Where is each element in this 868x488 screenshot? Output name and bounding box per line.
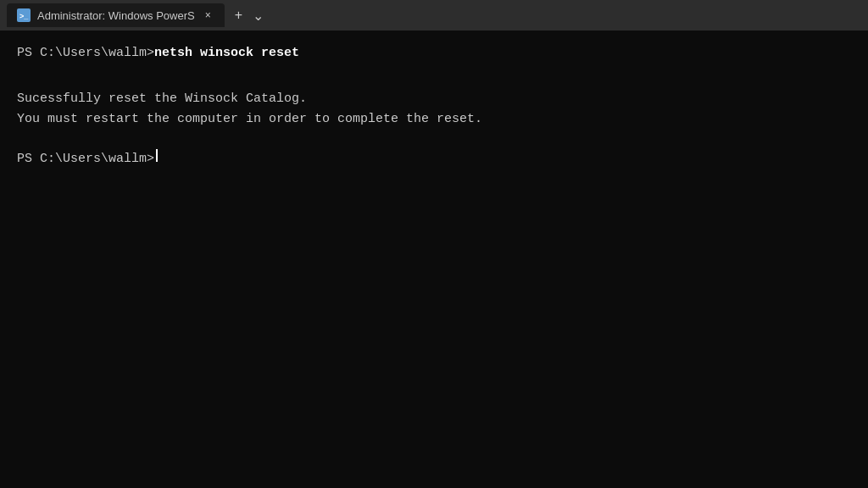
title-bar-actions: + ⌄ xyxy=(235,8,264,24)
svg-text:>_: >_ xyxy=(19,12,29,20)
current-prompt-line: PS C:\Users\wallm> xyxy=(17,149,851,169)
cursor xyxy=(156,149,158,162)
tab-title: Administrator: Windows PowerS xyxy=(37,9,195,22)
blank-line-1 xyxy=(17,70,851,90)
dropdown-button[interactable]: ⌄ xyxy=(253,8,264,24)
powershell-icon: >_ xyxy=(17,8,31,22)
terminal-body[interactable]: PS C:\Users\wallm> netsh winsock reset S… xyxy=(0,30,868,488)
title-bar: >_ Administrator: Windows PowerS × + ⌄ xyxy=(0,0,868,30)
prompt-2: PS C:\Users\wallm> xyxy=(17,150,154,169)
command-line: PS C:\Users\wallm> netsh winsock reset xyxy=(17,44,851,64)
active-tab[interactable]: >_ Administrator: Windows PowerS × xyxy=(7,3,225,27)
output-line-1: Sucessfully reset the Winsock Catalog. xyxy=(17,89,851,109)
output-line-2: You must restart the computer in order t… xyxy=(17,109,851,130)
prompt-1: PS C:\Users\wallm> xyxy=(17,44,154,64)
tab-close-button[interactable]: × xyxy=(202,8,214,23)
new-tab-button[interactable]: + xyxy=(235,8,242,23)
command-text: netsh winsock reset xyxy=(154,44,299,64)
blank-line-2 xyxy=(17,130,851,149)
